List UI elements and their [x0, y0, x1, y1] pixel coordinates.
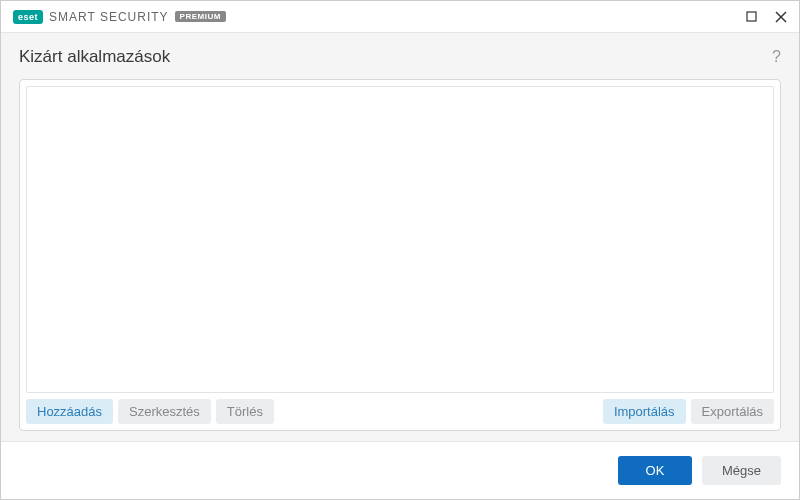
import-button[interactable]: Importálás [603, 399, 686, 424]
list-actions: Hozzáadás Szerkesztés Törlés Importálás … [26, 399, 774, 424]
content-header: Kizárt alkalmazások ? [19, 47, 781, 67]
edit-button: Szerkesztés [118, 399, 211, 424]
dialog-footer: OK Mégse [1, 441, 799, 499]
page-title: Kizárt alkalmazások [19, 47, 170, 67]
delete-button: Törlés [216, 399, 274, 424]
action-group-left: Hozzáadás Szerkesztés Törlés [26, 399, 274, 424]
window-controls [745, 11, 787, 23]
add-button[interactable]: Hozzáadás [26, 399, 113, 424]
dialog-window: eset SMART SECURITY PREMIUM Kizárt alkal… [0, 0, 800, 500]
titlebar-left: eset SMART SECURITY PREMIUM [13, 10, 226, 24]
help-icon[interactable]: ? [772, 48, 781, 66]
list-panel: Hozzáadás Szerkesztés Törlés Importálás … [19, 79, 781, 431]
action-group-right: Importálás Exportálás [603, 399, 774, 424]
product-name: SMART SECURITY [49, 10, 169, 24]
brand-logo: eset [13, 10, 43, 24]
excluded-applications-list[interactable] [26, 86, 774, 393]
svg-rect-0 [747, 12, 756, 21]
cancel-button[interactable]: Mégse [702, 456, 781, 485]
edition-badge: PREMIUM [175, 11, 226, 22]
close-icon[interactable] [775, 11, 787, 23]
export-button[interactable]: Exportálás [691, 399, 774, 424]
ok-button[interactable]: OK [618, 456, 692, 485]
content-area: Kizárt alkalmazások ? Hozzáadás Szerkesz… [1, 33, 799, 441]
titlebar: eset SMART SECURITY PREMIUM [1, 1, 799, 33]
maximize-icon[interactable] [745, 11, 757, 23]
